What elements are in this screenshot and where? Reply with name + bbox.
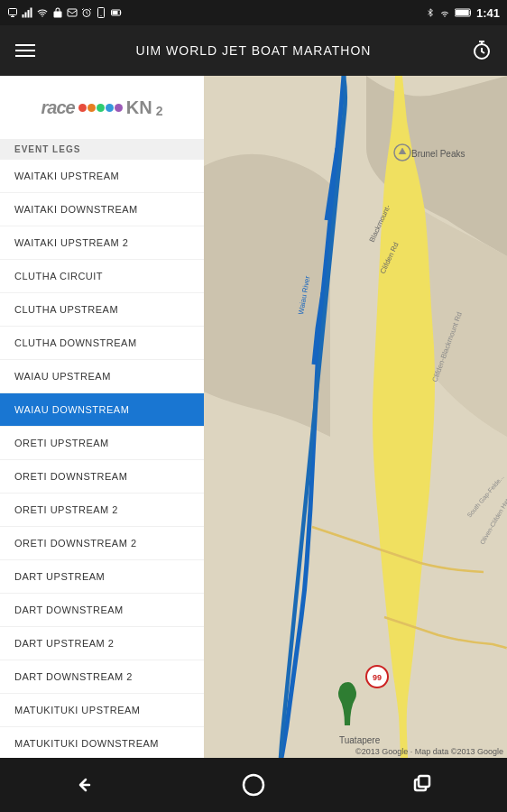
- logo-circle-red: [78, 104, 87, 112]
- map-attribution: ©2013 Google · Map data ©2013 Google: [355, 747, 503, 756]
- svg-rect-0: [9, 9, 17, 15]
- main-layout: race KN 2 EVENT LEGS WAITAKI UPSTREAMWAI…: [0, 76, 507, 758]
- map-svg: Brunel Peaks Blackmount- Clifden Rd Waia…: [204, 76, 507, 758]
- recent-apps-icon: [409, 771, 436, 798]
- signal-icon: [22, 7, 32, 18]
- svg-rect-3: [28, 10, 30, 18]
- logo-circle-purple: [115, 104, 123, 112]
- home-icon: [240, 771, 267, 798]
- timer-button[interactable]: [456, 25, 507, 76]
- sidebar-item-clutha-upstream[interactable]: CLUTHA UPSTREAM: [0, 293, 204, 327]
- logo-circle-green: [97, 104, 105, 112]
- logo-area: race KN 2: [0, 76, 204, 139]
- hamburger-icon: [15, 41, 35, 60]
- wifi-icon: [36, 7, 49, 18]
- alarm-icon: [81, 7, 92, 18]
- svg-point-8: [101, 15, 102, 16]
- bottom-nav: [0, 758, 507, 812]
- back-button[interactable]: [58, 767, 112, 803]
- svg-rect-2: [25, 13, 27, 18]
- sidebar-item-oreti-upstream[interactable]: ORETI UPSTREAM: [0, 427, 204, 460]
- sidebar-item-oreti-upstream-2[interactable]: ORETI UPSTREAM 2: [0, 494, 204, 527]
- app-title: UIM WORLD JET BOAT MARATHON: [51, 43, 456, 58]
- phone-icon: [96, 7, 106, 18]
- sidebar-item-matukituki-downstream[interactable]: MATUKITUKI DOWNSTREAM: [0, 727, 204, 758]
- sidebar-item-oreti-downstream-2[interactable]: ORETI DOWNSTREAM 2: [0, 527, 204, 560]
- sidebar-item-waitaki-downstream[interactable]: WAITAKI DOWNSTREAM: [0, 193, 204, 226]
- status-icons-left: [7, 7, 123, 18]
- battery-status-icon: [455, 7, 473, 18]
- timer-icon: [471, 40, 493, 61]
- svg-text:Tuatapere: Tuatapere: [339, 735, 381, 745]
- svg-point-27: [244, 775, 263, 795]
- logo-circles: [78, 104, 123, 112]
- sidebar-item-waiau-upstream[interactable]: WAIAU UPSTREAM: [0, 360, 204, 393]
- logo-circle-blue: [106, 104, 114, 112]
- map-area: Brunel Peaks Blackmount- Clifden Rd Waia…: [204, 76, 507, 758]
- brunel-peaks-label: Brunel Peaks: [411, 149, 465, 159]
- logo-kn-text: KN: [126, 97, 152, 118]
- sidebar-item-waiau-downstream[interactable]: WAIAU DOWNSTREAM: [0, 393, 204, 427]
- sidebar-item-dart-upstream-2[interactable]: DART UPSTREAM 2: [0, 627, 204, 660]
- sidebar-item-dart-downstream[interactable]: DART DOWNSTREAM: [0, 594, 204, 627]
- svg-text:99: 99: [373, 673, 382, 682]
- app-bar: UIM WORLD JET BOAT MARATHON: [0, 25, 507, 76]
- svg-rect-1: [23, 14, 24, 18]
- status-time: 1:41: [476, 6, 500, 20]
- bluetooth-status-icon: [426, 6, 435, 19]
- svg-rect-12: [456, 10, 469, 15]
- svg-point-26: [343, 683, 350, 690]
- sidebar-item-clutha-downstream[interactable]: CLUTHA DOWNSTREAM: [0, 327, 204, 360]
- svg-rect-29: [419, 776, 429, 787]
- svg-rect-10: [113, 11, 118, 14]
- lock-icon: [52, 7, 63, 18]
- notification-icon: [7, 7, 18, 18]
- mail-icon: [67, 7, 78, 18]
- home-button[interactable]: [226, 767, 281, 803]
- logo-version-text: 2: [156, 104, 163, 118]
- wifi-status-icon: [438, 7, 451, 18]
- sidebar-item-dart-downstream-2[interactable]: DART DOWNSTREAM 2: [0, 660, 204, 694]
- status-bar: 1:41: [0, 0, 507, 25]
- event-legs-header: EVENT LEGS: [0, 139, 204, 160]
- status-bar-right: 1:41: [426, 6, 500, 20]
- sidebar-item-matukituki-upstream[interactable]: MATUKITUKI UPSTREAM: [0, 694, 204, 727]
- sidebar[interactable]: race KN 2 EVENT LEGS WAITAKI UPSTREAMWAI…: [0, 76, 204, 758]
- logo-circle-orange: [88, 104, 96, 112]
- nav-items-list: WAITAKI UPSTREAMWAITAKI DOWNSTREAMWAITAK…: [0, 160, 204, 758]
- logo-race-text: race: [41, 97, 75, 118]
- svg-rect-5: [68, 9, 77, 16]
- sidebar-item-waitaki-upstream-2[interactable]: WAITAKI UPSTREAM 2: [0, 226, 204, 260]
- battery-icon: [110, 7, 123, 18]
- sidebar-item-waitaki-upstream[interactable]: WAITAKI UPSTREAM: [0, 160, 204, 193]
- back-icon: [71, 771, 98, 798]
- app-logo: race KN 2: [41, 97, 163, 118]
- sidebar-item-dart-upstream[interactable]: DART UPSTREAM: [0, 560, 204, 594]
- svg-rect-4: [31, 8, 32, 18]
- sidebar-item-oreti-downstream[interactable]: ORETI DOWNSTREAM: [0, 460, 204, 494]
- hamburger-button[interactable]: [0, 25, 51, 76]
- sidebar-item-clutha-circuit[interactable]: CLUTHA CIRCUIT: [0, 260, 204, 293]
- recent-apps-button[interactable]: [395, 767, 449, 803]
